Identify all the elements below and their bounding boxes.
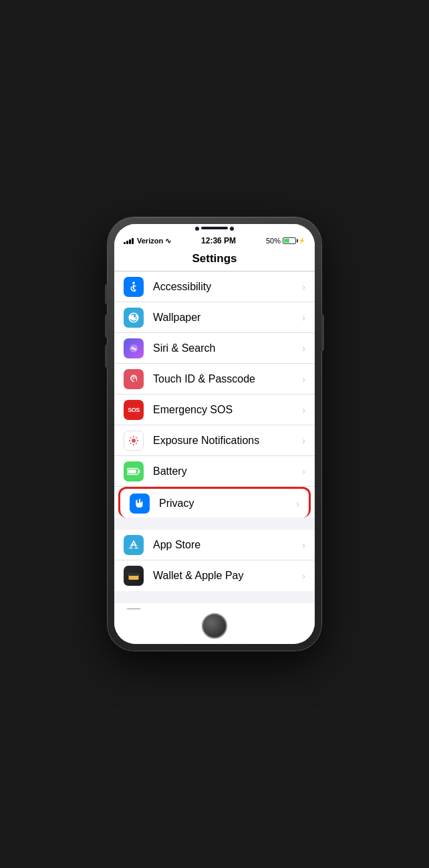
vol-down-button[interactable] xyxy=(105,344,108,368)
row-appstore[interactable]: App Store › xyxy=(114,530,315,560)
svg-rect-12 xyxy=(138,469,140,473)
row-passwords[interactable]: Passwords › xyxy=(114,603,315,609)
row-wallet[interactable]: Wallet & Apple Pay › xyxy=(114,560,315,591)
status-right: 50% ⚡ xyxy=(266,237,305,245)
sos-label: Emergency SOS xyxy=(153,404,302,416)
svg-point-10 xyxy=(130,443,132,444)
svg-point-8 xyxy=(136,443,137,444)
wifi-icon: ∿ xyxy=(165,237,171,245)
battery-label: Battery xyxy=(153,465,302,477)
privacy-chevron: › xyxy=(296,498,299,509)
home-button[interactable] xyxy=(202,613,227,639)
wallpaper-icon xyxy=(124,308,144,328)
battery-chevron: › xyxy=(302,466,305,477)
svg-point-4 xyxy=(133,443,134,445)
status-bar: Verizon ∿ 12:36 PM 50% ⚡ xyxy=(114,231,315,248)
wallet-label: Wallet & Apple Pay xyxy=(153,570,302,582)
signal-bars xyxy=(124,238,134,244)
battery-settings-icon xyxy=(124,461,144,481)
battery-fill xyxy=(284,239,289,243)
time-display: 12:36 PM xyxy=(201,236,236,245)
svg-rect-15 xyxy=(135,547,138,548)
touchid-chevron: › xyxy=(302,374,305,385)
wallpaper-chevron: › xyxy=(302,312,305,323)
sos-chevron: › xyxy=(302,405,305,415)
exposure-icon xyxy=(124,431,144,451)
svg-point-9 xyxy=(136,437,137,438)
wallet-icon xyxy=(124,566,144,586)
status-left: Verizon ∿ xyxy=(124,237,171,245)
svg-point-5 xyxy=(129,439,130,441)
sos-icon: SOS xyxy=(124,400,144,420)
siri-label: Siri & Search xyxy=(153,342,302,354)
svg-rect-14 xyxy=(129,547,132,548)
svg-point-0 xyxy=(132,282,135,284)
power-button[interactable] xyxy=(321,314,324,351)
phone-screen: Verizon ∿ 12:36 PM 50% ⚡ Settings xyxy=(114,224,315,644)
appstore-chevron: › xyxy=(302,540,305,550)
svg-rect-18 xyxy=(129,573,139,574)
svg-point-6 xyxy=(137,439,138,441)
siri-chevron: › xyxy=(302,343,305,354)
appstore-icon xyxy=(124,535,144,555)
battery-body xyxy=(283,237,296,244)
speaker xyxy=(201,227,228,229)
siri-icon xyxy=(124,338,144,358)
home-area xyxy=(114,609,315,644)
settings-list: Accessibility › Wallpaper › xyxy=(114,272,315,609)
row-accessibility[interactable]: Accessibility › xyxy=(114,272,315,302)
page-title: Settings xyxy=(192,252,237,265)
svg-point-7 xyxy=(130,437,132,438)
carrier-label: Verizon xyxy=(137,237,163,245)
section-3: Passwords › Mail › xyxy=(114,603,315,609)
privacy-icon xyxy=(130,494,150,514)
battery-icon xyxy=(283,237,296,244)
battery-percent: 50% xyxy=(266,237,281,245)
top-sensor-bar xyxy=(114,224,315,231)
svg-point-2 xyxy=(132,439,136,443)
accessibility-icon xyxy=(124,277,144,297)
exposure-label: Exposure Notifications xyxy=(153,435,302,447)
appstore-label: App Store xyxy=(153,539,302,551)
charging-icon: ⚡ xyxy=(298,237,305,244)
svg-rect-19 xyxy=(130,576,133,578)
passwords-icon xyxy=(124,609,144,610)
accessibility-chevron: › xyxy=(302,282,305,292)
privacy-label: Privacy xyxy=(159,498,296,510)
row-siri[interactable]: Siri & Search › xyxy=(114,333,315,364)
section-1: Accessibility › Wallpaper › xyxy=(114,272,315,518)
phone-frame: Verizon ∿ 12:36 PM 50% ⚡ Settings xyxy=(108,217,321,651)
exposure-chevron: › xyxy=(302,435,305,446)
nav-bar: Settings xyxy=(114,248,315,272)
row-wallpaper[interactable]: Wallpaper › xyxy=(114,302,315,333)
accessibility-label: Accessibility xyxy=(153,281,302,293)
row-sos[interactable]: SOS Emergency SOS › xyxy=(114,395,315,425)
svg-point-3 xyxy=(133,435,134,437)
wallpaper-label: Wallpaper xyxy=(153,312,302,324)
vol-up-button[interactable] xyxy=(105,314,108,338)
section-2: App Store › Wallet & Apple Pay xyxy=(114,530,315,591)
svg-rect-13 xyxy=(128,469,136,473)
row-touchid[interactable]: Touch ID & Passcode › xyxy=(114,364,315,395)
row-exposure[interactable]: Exposure Notifications › xyxy=(114,425,315,456)
touchid-label: Touch ID & Passcode xyxy=(153,373,302,385)
row-battery[interactable]: Battery › xyxy=(114,456,315,487)
touchid-icon xyxy=(124,369,144,389)
row-privacy[interactable]: Privacy › xyxy=(118,487,311,518)
wallet-chevron: › xyxy=(302,570,305,581)
